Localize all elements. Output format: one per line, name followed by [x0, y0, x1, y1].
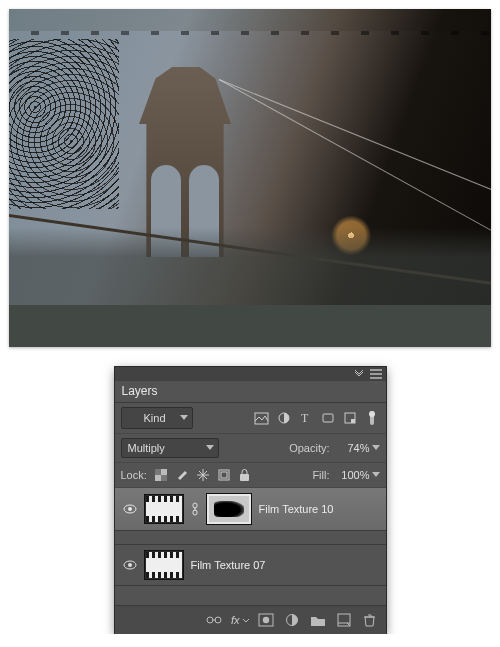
lock-transparent-icon[interactable]	[153, 467, 169, 483]
add-mask-icon[interactable]	[258, 612, 274, 628]
eye-icon	[123, 504, 137, 514]
layer-name: Film Texture 10	[259, 503, 334, 515]
lock-position-icon[interactable]	[195, 467, 211, 483]
layer-row[interactable]: Film Texture 10	[115, 488, 386, 531]
collapse-icon[interactable]	[354, 370, 364, 378]
layer-kind-select[interactable]: Kind	[121, 407, 193, 429]
layers-panel: Layers Kind T Multiply Opacit	[115, 367, 386, 634]
filter-toggle-icon[interactable]	[364, 410, 380, 426]
layer-actions: fx	[115, 606, 386, 634]
filter-smart-icon[interactable]	[342, 410, 358, 426]
layer-mask-thumbnail[interactable]	[207, 494, 251, 524]
svg-point-9	[369, 411, 375, 417]
svg-rect-5	[323, 414, 333, 422]
svg-point-17	[128, 507, 132, 511]
layer-row[interactable]: Film Texture 07	[115, 545, 386, 586]
svg-rect-14	[221, 472, 227, 478]
filter-shape-icon[interactable]	[320, 410, 336, 426]
fill-label: Fill:	[312, 469, 329, 481]
canvas-preview	[9, 9, 491, 347]
delete-layer-icon[interactable]	[362, 612, 378, 628]
layer-name: Film Texture 07	[191, 559, 266, 571]
svg-text:T: T	[301, 411, 309, 425]
blend-mode-select[interactable]: Multiply	[121, 438, 219, 458]
lock-pixels-icon[interactable]	[174, 467, 190, 483]
visibility-toggle[interactable]	[123, 560, 137, 570]
svg-rect-15	[240, 474, 249, 481]
visibility-toggle[interactable]	[123, 504, 137, 514]
svg-rect-11	[155, 469, 161, 475]
svg-point-28	[262, 617, 268, 623]
link-layers-icon[interactable]	[206, 612, 222, 628]
adjustment-layer-icon[interactable]	[284, 612, 300, 628]
svg-text:fx: fx	[231, 614, 240, 626]
chevron-down-icon	[372, 445, 380, 451]
new-group-icon[interactable]	[310, 612, 326, 628]
filter-type-icon[interactable]: T	[298, 410, 314, 426]
filter-adjust-icon[interactable]	[276, 410, 292, 426]
new-layer-icon[interactable]	[336, 612, 352, 628]
fx-icon[interactable]: fx	[232, 612, 248, 628]
mask-link-icon[interactable]	[191, 503, 199, 515]
panel-title: Layers	[115, 381, 386, 403]
svg-point-22	[128, 563, 132, 567]
lock-all-icon[interactable]	[237, 467, 253, 483]
eye-icon	[123, 560, 137, 570]
svg-rect-12	[161, 475, 167, 481]
layer-list: Film Texture 10 Film Texture 07	[115, 488, 386, 606]
opacity-label: Opacity:	[289, 442, 329, 454]
lock-label: Lock:	[121, 469, 147, 481]
chevron-down-icon	[372, 472, 380, 478]
opacity-field[interactable]	[336, 442, 380, 454]
panel-tabbar	[115, 367, 386, 381]
layer-thumbnail[interactable]	[145, 495, 183, 523]
filter-pixel-icon[interactable]	[254, 410, 270, 426]
lock-artboard-icon[interactable]	[216, 467, 232, 483]
panel-menu-icon[interactable]	[370, 369, 382, 379]
layer-thumbnail[interactable]	[145, 551, 183, 579]
svg-rect-7	[351, 419, 355, 423]
fill-field[interactable]	[336, 469, 380, 481]
